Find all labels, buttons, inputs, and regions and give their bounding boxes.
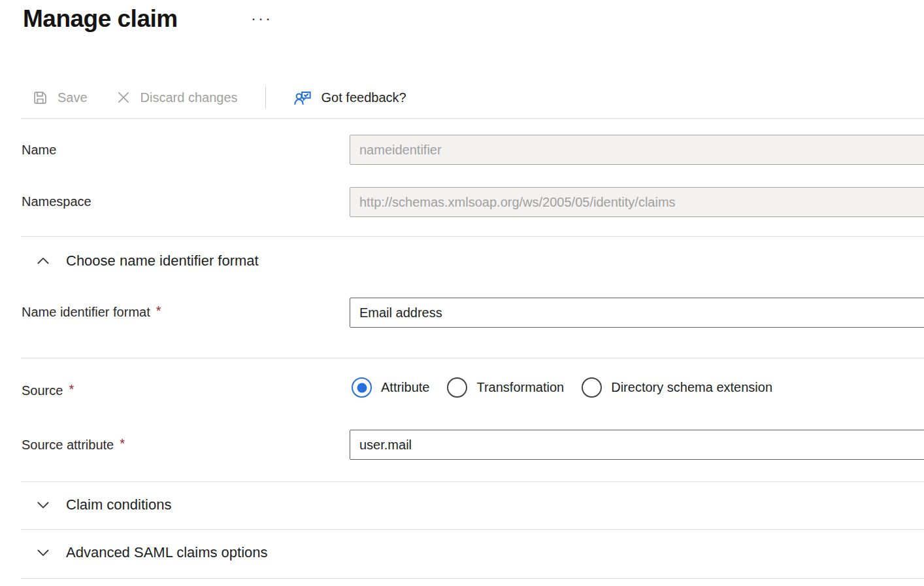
page-title: Manage claim [23,5,178,33]
save-button[interactable]: Save [31,89,88,107]
namespace-input [350,187,924,217]
command-bar: Save Discard changes Got feedback? [31,82,406,112]
radio-attribute-label: Attribute [381,380,429,395]
divider [21,529,924,530]
name-identifier-format-label-text: Name identifier format [22,305,150,319]
radio-transformation-label: Transformation [476,380,564,395]
divider [21,236,924,237]
required-asterisk: * [69,382,74,396]
divider [21,481,924,482]
discard-changes-button[interactable]: Discard changes [115,89,238,106]
namespace-label: Namespace [22,194,91,209]
got-feedback-label: Got feedback? [322,90,406,105]
source-attribute-input[interactable] [350,430,924,460]
divider [21,358,924,358]
radio-transformation[interactable]: Transformation [447,377,564,398]
name-input [350,135,924,165]
source-label-text: Source [22,383,63,398]
required-asterisk: * [156,303,161,318]
discard-changes-label: Discard changes [140,90,238,105]
context-menu-ellipsis[interactable]: ··· [251,9,272,27]
radio-directory-schema-extension-label: Directory schema extension [611,380,772,395]
divider [21,578,924,579]
section-title: Advanced SAML claims options [66,544,268,561]
source-radio-group: Attribute Transformation Directory schem… [352,377,772,398]
name-identifier-format-dropdown[interactable]: Email address [350,298,924,328]
required-asterisk: * [120,436,125,451]
got-feedback-button[interactable]: Got feedback? [293,88,406,107]
section-title: Choose name identifier format [66,252,259,269]
feedback-icon [293,88,313,107]
radio-unselected-icon [447,377,467,398]
source-label: Source* [22,383,74,398]
save-icon [31,89,49,107]
name-identifier-format-value: Email address [359,305,442,320]
radio-attribute[interactable]: Attribute [352,377,429,398]
save-label: Save [58,90,88,105]
section-choose-name-identifier-format[interactable]: Choose name identifier format [34,252,259,270]
section-title: Claim conditions [66,496,171,513]
source-attribute-label-text: Source attribute [22,438,114,452]
chevron-down-icon [34,543,52,562]
section-advanced-saml-claims-options[interactable]: Advanced SAML claims options [34,543,268,562]
name-label: Name [22,143,56,158]
manage-claim-page: Manage claim ··· Save Discard changes [0,0,924,586]
radio-unselected-icon [582,377,602,398]
toolbar-divider [265,86,266,109]
name-identifier-format-label: Name identifier format* [22,305,161,320]
close-icon [115,89,132,106]
radio-directory-schema-extension[interactable]: Directory schema extension [582,377,772,398]
chevron-down-icon [34,496,52,514]
source-attribute-label: Source attribute* [22,438,125,453]
chevron-up-icon [34,252,52,270]
radio-selected-icon [352,377,372,398]
section-claim-conditions[interactable]: Claim conditions [34,496,171,514]
divider [21,118,924,119]
